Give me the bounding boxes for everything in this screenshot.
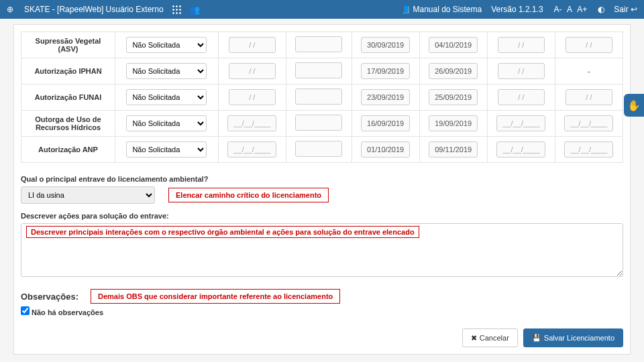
table-row: Autorização FUNAINão Solicitada/ /23/09/… <box>21 84 623 111</box>
font-reset[interactable]: A <box>567 5 572 14</box>
principal-select[interactable]: LI da usina <box>21 186 155 204</box>
status-select[interactable]: Não Solicitada <box>126 115 207 131</box>
users-icon[interactable] <box>189 5 200 15</box>
cancel-button[interactable]: ✖ Cancelar <box>462 328 518 347</box>
principal-callout: Elencar caminho crítico do licenciamento <box>168 188 329 202</box>
table-row: Supressão Vegetal (ASV)Não Solicitada/ /… <box>21 32 623 58</box>
date-field[interactable]: 09/11/2019 <box>429 141 478 158</box>
date-field[interactable]: 01/10/2019 <box>361 141 410 158</box>
status-select[interactable]: Não Solicitada <box>126 63 207 79</box>
table-row: Outorga de Uso de Recursos HídricosNão S… <box>21 111 623 137</box>
date-field[interactable]: 23/09/2019 <box>361 89 410 105</box>
date-field[interactable]: 26/09/2019 <box>429 63 478 79</box>
date-field[interactable] <box>295 88 342 105</box>
book-icon <box>401 5 413 14</box>
licenses-table: Supressão Vegetal (ASV)Não Solicitada/ /… <box>21 32 623 163</box>
manual-link[interactable]: Manual do Sistema <box>401 5 482 14</box>
date-field[interactable]: / / <box>498 37 545 53</box>
globe-icon <box>7 5 16 14</box>
date-field[interactable]: 04/10/2019 <box>429 37 478 53</box>
save-icon: 💾 <box>532 334 541 343</box>
row-label: Supressão Vegetal (ASV) <box>21 32 115 58</box>
status-select[interactable]: Não Solicitada <box>126 89 207 105</box>
app-title: SKATE - [RapeelWeb] Usuário Externo <box>24 5 164 14</box>
font-decrease[interactable]: A- <box>554 5 562 14</box>
table-row: Autorização ANPNão Solicitada__/__/____0… <box>21 137 623 163</box>
form-panel: Supressão Vegetal (ASV)Não Solicitada/ /… <box>13 24 631 355</box>
date-field[interactable]: / / <box>229 63 276 79</box>
date-field[interactable]: / / <box>566 37 612 53</box>
date-field[interactable] <box>295 62 342 78</box>
logout-link[interactable]: Sair <box>614 5 637 14</box>
contrast-icon[interactable] <box>598 5 604 14</box>
date-field[interactable]: __/__/____ <box>564 141 613 158</box>
dash: - <box>588 67 590 75</box>
acoes-label: Descrever ações para solução do entrave: <box>21 212 623 220</box>
date-field[interactable]: 25/09/2019 <box>429 89 478 105</box>
row-label: Autorização FUNAI <box>21 84 115 111</box>
row-label: Autorização ANP <box>21 137 115 163</box>
status-select[interactable]: Não Solicitada <box>126 141 207 158</box>
date-field[interactable]: / / <box>498 63 545 79</box>
apps-icon[interactable] <box>172 5 181 14</box>
obs-label: Observações: <box>21 292 78 302</box>
date-field[interactable]: __/__/____ <box>564 115 613 131</box>
date-field[interactable]: __/__/____ <box>496 115 545 131</box>
date-field[interactable]: __/__/____ <box>227 115 276 131</box>
no-obs-label: Não há observações <box>32 308 103 316</box>
principal-question: Qual o principal entrave do licenciament… <box>21 175 623 183</box>
date-field[interactable]: 17/09/2019 <box>361 63 410 79</box>
font-increase[interactable]: A+ <box>577 5 587 14</box>
row-label: Outorga de Uso de Recursos Hídricos <box>21 111 115 137</box>
font-size-controls: A- A A+ <box>553 5 589 14</box>
obs-callout: Demais OBS que considerar importante ref… <box>91 289 340 304</box>
date-field[interactable] <box>295 36 342 52</box>
side-help-tab[interactable]: ✋ <box>624 94 644 117</box>
table-row: Autorização IPHANNão Solicitada/ /17/09/… <box>21 58 623 84</box>
save-button[interactable]: 💾 Salvar Licenciamento <box>523 328 623 347</box>
date-field[interactable]: / / <box>498 89 545 105</box>
date-field[interactable]: / / <box>229 89 276 105</box>
date-field[interactable]: / / <box>229 37 276 53</box>
hand-icon: ✋ <box>627 99 641 112</box>
date-field[interactable]: __/__/____ <box>496 141 545 158</box>
date-field[interactable] <box>295 141 342 157</box>
date-field[interactable]: 16/09/2019 <box>361 115 410 131</box>
no-obs-checkbox[interactable] <box>21 306 30 315</box>
date-field[interactable]: / / <box>566 89 612 105</box>
date-field[interactable] <box>295 115 342 131</box>
status-select[interactable]: Não Solicitada <box>126 37 207 53</box>
date-field[interactable]: __/__/____ <box>227 141 276 158</box>
date-field[interactable]: 30/09/2019 <box>361 37 410 53</box>
topbar: SKATE - [RapeelWeb] Usuário Externo Manu… <box>0 0 644 19</box>
row-label: Autorização IPHAN <box>21 58 115 84</box>
acoes-callout: Descrever principais interações com o re… <box>26 226 419 238</box>
date-field[interactable]: 19/09/2019 <box>429 115 478 131</box>
close-icon: ✖ <box>471 334 477 343</box>
version-label: Versão 1.2.1.3 <box>491 5 543 14</box>
